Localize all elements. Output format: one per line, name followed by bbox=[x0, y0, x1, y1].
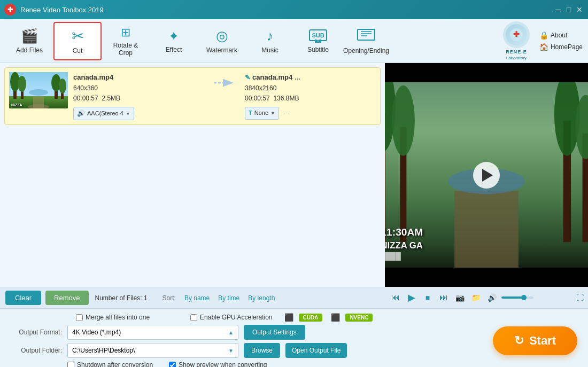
video-frame: 11:30AM NIZZA GA ████ bbox=[385, 63, 588, 287]
svg-rect-4 bbox=[358, 29, 375, 40]
output-settings-button[interactable]: Output Settings bbox=[244, 325, 305, 340]
svg-point-22 bbox=[29, 89, 48, 96]
open-output-button[interactable]: Open Output File bbox=[285, 343, 347, 358]
cuda-badge-container: ⬛ CUDA bbox=[284, 313, 323, 322]
toolbar-music[interactable]: ♪ Music bbox=[246, 22, 294, 60]
left-panel: NIZZA canada.mp4 640x360 00:00:57 2.5MB bbox=[0, 63, 385, 308]
skip-back-button[interactable]: ⏮ bbox=[389, 291, 402, 304]
nvidia-cuda-icon: ⬛ bbox=[284, 313, 293, 322]
settings-row-1: Merge all files into one Enable GPU Acce… bbox=[9, 313, 579, 322]
file-output-duration-size: 00:00:57 136.8MB bbox=[245, 93, 376, 104]
file-item: NIZZA canada.mp4 640x360 00:00:57 2.5MB bbox=[4, 67, 381, 125]
about-label: About bbox=[551, 32, 567, 39]
svg-text:NIZZA GA: NIZZA GA bbox=[385, 240, 423, 251]
gpu-checkbox-label[interactable]: Enable GPU Acceleration bbox=[190, 314, 272, 321]
clear-button[interactable]: Clear bbox=[5, 291, 41, 305]
sort-label: Sort: bbox=[163, 294, 176, 302]
shutdown-checkbox[interactable] bbox=[67, 362, 74, 368]
audio-dropdown[interactable]: 🔊 AAC(Stereo 4 ▼ bbox=[73, 107, 134, 120]
window-controls: ─ □ ✕ bbox=[554, 5, 584, 14]
toolbar-effect[interactable]: ✦ Effect bbox=[150, 22, 198, 60]
shutdown-checkbox-label[interactable]: Shutdown after conversion bbox=[67, 361, 153, 367]
play-button[interactable] bbox=[473, 162, 500, 189]
show-preview-checkbox-label[interactable]: Show preview when converting bbox=[169, 361, 267, 367]
svg-rect-17 bbox=[33, 96, 44, 108]
output-folder-input[interactable]: C:\Users\HP\Desktop\ ▼ bbox=[67, 343, 238, 358]
file-output-name: canada.mp4 bbox=[252, 72, 292, 83]
svg-point-15 bbox=[18, 76, 26, 92]
merge-checkbox[interactable] bbox=[76, 314, 83, 321]
sort-by-time[interactable]: By time bbox=[218, 294, 239, 302]
file-output-name-row: ✎ canada.mp4 ... bbox=[245, 72, 376, 83]
output-format-select[interactable]: 4K Video (*.mp4) ▲ bbox=[67, 325, 238, 340]
cut-icon: ✂ bbox=[72, 27, 84, 45]
toolbar-add-files-label: Add Files bbox=[16, 46, 43, 54]
svg-rect-36 bbox=[385, 63, 588, 82]
shutdown-label: Shutdown after conversion bbox=[77, 361, 153, 367]
merge-label: Merge all files into one bbox=[86, 314, 150, 321]
video-preview-panel: 11:30AM NIZZA GA ████ ⏮ ▶ ■ ⏭ 📷 📁 🔊 bbox=[385, 63, 588, 308]
file-count-label: Number of Files: 1 bbox=[95, 294, 148, 302]
svg-rect-37 bbox=[385, 268, 588, 287]
skip-forward-button[interactable]: ⏭ bbox=[437, 291, 450, 304]
start-button-container: ↻ Start bbox=[493, 326, 577, 355]
toolbar-right: ✚ RENE.E Laboratory 🔒 About 🏠 HomePage bbox=[503, 21, 583, 60]
show-preview-checkbox[interactable] bbox=[169, 362, 176, 368]
output-dash: - bbox=[282, 108, 291, 118]
conversion-arrow bbox=[210, 72, 239, 93]
volume-thumb bbox=[521, 295, 527, 300]
main-wrapper: NIZZA canada.mp4 640x360 00:00:57 2.5MB bbox=[0, 63, 588, 367]
toolbar-watermark-label: Watermark bbox=[206, 46, 237, 54]
app-logo: ✚ bbox=[4, 4, 16, 15]
merge-checkbox-label[interactable]: Merge all files into one bbox=[76, 314, 150, 321]
screenshot-button[interactable]: 📷 bbox=[453, 291, 466, 304]
svg-text:████: ████ bbox=[385, 252, 401, 261]
toolbar-add-files[interactable]: 🎬 Add Files bbox=[5, 22, 53, 60]
subtitle-label: None bbox=[254, 108, 268, 118]
file-subtitle-controls: T None ▼ - bbox=[245, 107, 376, 120]
audio-label: AAC(Stereo 4 bbox=[87, 109, 123, 119]
toolbar-music-label: Music bbox=[261, 46, 278, 54]
subtitle-icon: SUBT bbox=[308, 29, 328, 44]
subtitle-dropdown-arrow: ▼ bbox=[270, 110, 275, 117]
toolbar-watermark[interactable]: ◎ Watermark bbox=[198, 22, 246, 60]
toolbar-cut-label: Cut bbox=[73, 47, 83, 54]
file-input-name: canada.mp4 bbox=[73, 72, 204, 83]
svg-text:SUB: SUB bbox=[312, 32, 324, 38]
maximize-icon[interactable]: □ bbox=[564, 5, 573, 14]
gpu-checkbox[interactable] bbox=[190, 314, 197, 321]
play-pause-button[interactable]: ▶ bbox=[405, 291, 418, 304]
stop-button[interactable]: ■ bbox=[421, 291, 434, 304]
homepage-link[interactable]: 🏠 HomePage bbox=[539, 43, 583, 51]
start-label: Start bbox=[529, 334, 556, 348]
file-thumbnail: NIZZA bbox=[9, 72, 68, 108]
toolbar-rotate-crop[interactable]: ⊞ Rotate & Crop bbox=[102, 22, 150, 60]
svg-text:✚: ✚ bbox=[513, 30, 520, 38]
music-icon: ♪ bbox=[267, 28, 274, 44]
toolbar-subtitle[interactable]: SUBT Subtitle bbox=[294, 22, 342, 60]
homepage-label: HomePage bbox=[551, 43, 583, 51]
subtitle-dropdown[interactable]: T None ▼ bbox=[245, 107, 279, 120]
effect-icon: ✦ bbox=[168, 29, 179, 44]
svg-point-30 bbox=[392, 85, 415, 156]
browse-button[interactable]: Browse bbox=[244, 343, 280, 358]
remove-button[interactable]: Remove bbox=[45, 291, 88, 305]
file-output-info: ✎ canada.mp4 ... 3840x2160 00:00:57 136.… bbox=[245, 72, 376, 120]
volume-slider[interactable] bbox=[501, 296, 533, 299]
about-link[interactable]: 🔒 About bbox=[539, 31, 583, 40]
folder-button[interactable]: 📁 bbox=[469, 291, 482, 304]
toolbar-rotate-crop-label: Rotate & Crop bbox=[106, 42, 145, 57]
audio-dropdown-arrow: ▼ bbox=[126, 110, 130, 118]
minimize-icon[interactable]: ─ bbox=[554, 5, 562, 14]
sort-by-name[interactable]: By name bbox=[184, 294, 210, 302]
nvidia-nvenc-icon: ⬛ bbox=[331, 313, 340, 322]
rene-sub: Laboratory bbox=[506, 56, 527, 60]
toolbar-cut[interactable]: ✂ Cut bbox=[53, 22, 102, 60]
play-icon bbox=[482, 169, 493, 182]
toolbar-opening-ending[interactable]: Opening/Ending bbox=[342, 22, 390, 60]
toolbar-opening-ending-label: Opening/Ending bbox=[343, 47, 389, 54]
close-icon[interactable]: ✕ bbox=[575, 5, 584, 14]
start-button[interactable]: ↻ Start bbox=[493, 326, 577, 355]
sort-by-length[interactable]: By length bbox=[248, 294, 275, 302]
fullscreen-button[interactable]: ⛶ bbox=[576, 293, 584, 302]
